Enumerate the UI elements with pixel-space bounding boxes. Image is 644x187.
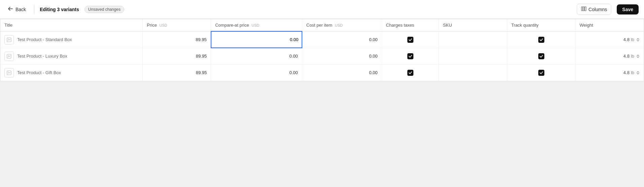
cell-price[interactable]: 89.95 — [143, 48, 211, 64]
cell-track-quantity[interactable] — [507, 64, 575, 81]
cell-charges-taxes[interactable] — [382, 31, 439, 48]
back-icon — [8, 6, 13, 13]
track-quantity-checkbox[interactable] — [538, 37, 544, 43]
weight-unit: lb — [631, 54, 634, 59]
cell-price[interactable]: 89.95 — [143, 64, 211, 81]
charges-taxes-checkbox[interactable] — [407, 70, 413, 76]
col-header-compare-price: Compare-at price USD — [211, 19, 302, 31]
svg-rect-1 — [581, 7, 583, 11]
weight-stepper[interactable] — [636, 38, 640, 42]
cell-compare-price[interactable]: 0.00 — [211, 64, 302, 81]
variants-table: Title Price USD Compare-at price USD Cos… — [0, 19, 644, 81]
cell-cost-per-item[interactable]: 0.00 — [302, 48, 382, 64]
cell-title: Test Product - Gift Box — [0, 64, 143, 81]
cell-sku[interactable] — [439, 31, 507, 48]
track-quantity-checkbox[interactable] — [538, 70, 544, 76]
charges-taxes-checkbox[interactable] — [407, 53, 413, 59]
table-header-row: Title Price USD Compare-at price USD Cos… — [0, 19, 644, 31]
weight-cell: 4.8 lb — [580, 37, 640, 42]
table-row: Test Product - Standard Box 89.950.00 4.… — [0, 31, 644, 48]
editing-title: Editing 3 variants — [40, 7, 79, 12]
svg-rect-2 — [583, 7, 584, 11]
col-header-track-quantity: Track quantity — [507, 19, 575, 31]
cell-weight[interactable]: 4.8 lb — [575, 48, 644, 64]
product-name: Test Product - Standard Box — [17, 37, 72, 42]
cell-compare-price[interactable] — [211, 31, 302, 48]
cell-weight[interactable]: 4.8 lb — [575, 64, 644, 81]
svg-rect-3 — [585, 7, 586, 11]
table-body: Test Product - Standard Box 89.950.00 4.… — [0, 31, 644, 81]
weight-value: 4.8 — [623, 37, 630, 42]
product-name: Test Product - Gift Box — [17, 70, 61, 75]
col-header-charges-taxes: Charges taxes — [382, 19, 439, 31]
cell-sku[interactable] — [439, 64, 507, 81]
save-button[interactable]: Save — [617, 4, 639, 14]
col-header-title: Title — [0, 19, 143, 31]
col-header-weight: Weight — [575, 19, 644, 31]
cell-charges-taxes[interactable] — [382, 64, 439, 81]
weight-cell: 4.8 lb — [580, 54, 640, 59]
col-header-cost-per-item: Cost per item USD — [302, 19, 382, 31]
svg-rect-0 — [8, 8, 13, 9]
cell-compare-price[interactable]: 0.00 — [211, 48, 302, 64]
compare-price-input[interactable] — [211, 34, 302, 45]
columns-icon — [581, 6, 586, 12]
cell-cost-per-item[interactable]: 0.00 — [302, 31, 382, 48]
product-cell: Test Product - Gift Box — [4, 68, 138, 77]
weight-value: 4.8 — [623, 54, 630, 59]
back-label: Back — [15, 7, 26, 12]
product-icon — [4, 35, 14, 44]
variants-table-container: Title Price USD Compare-at price USD Cos… — [0, 19, 644, 81]
columns-label: Columns — [588, 7, 607, 12]
cell-weight[interactable]: 4.8 lb — [575, 31, 644, 48]
product-cell: Test Product - Luxury Box — [4, 52, 138, 61]
cell-title: Test Product - Luxury Box — [0, 48, 143, 64]
product-icon — [4, 68, 14, 77]
table-row: Test Product - Gift Box 89.950.000.00 4.… — [0, 64, 644, 81]
svg-point-5 — [8, 38, 9, 39]
weight-stepper[interactable] — [636, 54, 640, 58]
track-quantity-checkbox[interactable] — [538, 53, 544, 59]
cell-track-quantity[interactable] — [507, 48, 575, 64]
cell-title: Test Product - Standard Box — [0, 31, 143, 48]
weight-unit: lb — [631, 70, 634, 75]
unsaved-badge: Unsaved changes — [84, 6, 124, 13]
cell-track-quantity[interactable] — [507, 31, 575, 48]
weight-cell: 4.8 lb — [580, 70, 640, 75]
cell-sku[interactable] — [439, 48, 507, 64]
col-header-sku: SKU — [439, 19, 507, 31]
weight-stepper[interactable] — [636, 71, 640, 75]
columns-button[interactable]: Columns — [577, 4, 611, 15]
toolbar: Back Editing 3 variants Unsaved changes … — [0, 0, 644, 19]
table-row: Test Product - Luxury Box 89.950.000.00 … — [0, 48, 644, 64]
weight-unit: lb — [631, 37, 634, 42]
cell-charges-taxes[interactable] — [382, 48, 439, 64]
weight-value: 4.8 — [623, 70, 630, 75]
product-cell: Test Product - Standard Box — [4, 35, 138, 44]
product-icon — [4, 52, 14, 61]
cell-price[interactable]: 89.95 — [143, 31, 211, 48]
svg-point-9 — [8, 71, 9, 72]
charges-taxes-checkbox[interactable] — [407, 37, 413, 43]
back-button[interactable]: Back — [5, 4, 29, 15]
col-header-price: Price USD — [143, 19, 211, 31]
cell-cost-per-item[interactable]: 0.00 — [302, 64, 382, 81]
svg-point-7 — [8, 55, 9, 56]
product-name: Test Product - Luxury Box — [17, 54, 67, 59]
toolbar-divider — [34, 5, 34, 14]
